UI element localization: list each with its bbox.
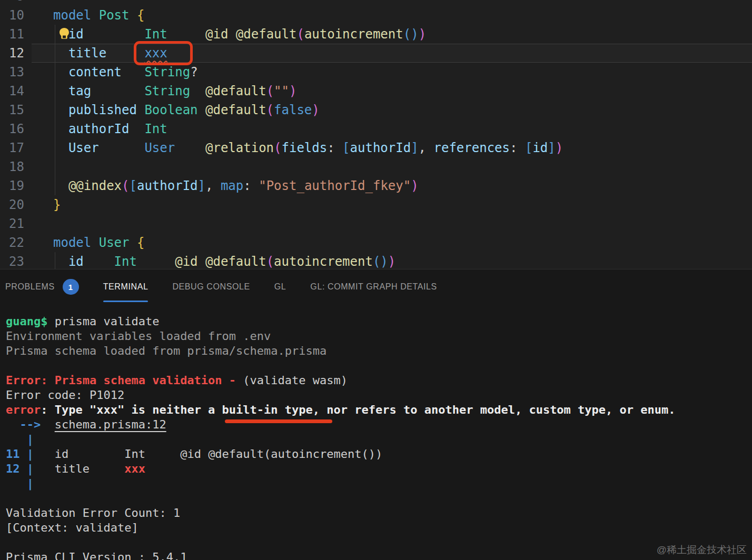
code-editor[interactable]: 910model Post {11 id Int @id @default(au… bbox=[0, 0, 752, 269]
line-number: 11 bbox=[0, 25, 32, 44]
token bbox=[53, 254, 68, 269]
token: model bbox=[53, 8, 91, 23]
token: ) bbox=[556, 141, 563, 155]
code-line: 18 bbox=[0, 157, 752, 176]
token: } bbox=[53, 197, 61, 212]
code-line-content bbox=[32, 157, 752, 176]
token bbox=[84, 254, 114, 269]
token: autoincrement bbox=[274, 254, 373, 269]
token bbox=[53, 103, 68, 117]
token: ? bbox=[190, 65, 197, 79]
token: User bbox=[68, 141, 99, 155]
token: : Type "xxx" is neither a built-in type,… bbox=[41, 403, 675, 416]
line-number: 9 bbox=[0, 0, 32, 6]
token bbox=[228, 27, 235, 42]
token: "" bbox=[274, 84, 289, 98]
terminal-output[interactable]: guang$ prisma validateEnvironment variab… bbox=[0, 304, 752, 560]
token: Int bbox=[144, 27, 167, 42]
code-line-content: content String? bbox=[32, 63, 752, 82]
editor-lines: 910model Post {11 id Int @id @default(au… bbox=[0, 0, 752, 269]
token: (validate wasm) bbox=[236, 374, 348, 387]
token: title bbox=[34, 462, 124, 475]
token bbox=[190, 84, 205, 98]
token: User bbox=[144, 141, 175, 155]
bottom-panel: PROBLEMS 1 TERMINAL DEBUG CONSOLE GL GL:… bbox=[0, 269, 752, 560]
code-line-content bbox=[32, 0, 752, 6]
code-line: 11 id Int @id @default(autoincrement()) bbox=[0, 25, 752, 44]
token: authorId bbox=[68, 122, 130, 136]
token: map bbox=[221, 178, 243, 193]
token: authorId bbox=[350, 141, 411, 155]
token: String bbox=[144, 84, 190, 98]
token bbox=[130, 235, 137, 250]
token: id bbox=[532, 141, 548, 155]
line-number: 15 bbox=[0, 101, 32, 119]
token: () bbox=[373, 254, 388, 269]
token: content bbox=[68, 65, 122, 79]
token: ( bbox=[266, 84, 274, 98]
token: { bbox=[137, 235, 144, 250]
annotation-red-underline bbox=[225, 419, 332, 423]
token: [ bbox=[525, 141, 532, 155]
token: , bbox=[205, 178, 221, 193]
indent-guide bbox=[55, 25, 55, 195]
code-line-content: published Boolean @default(false) bbox=[32, 101, 752, 119]
code-line-content: User User @relation(fields: [authorId], … bbox=[32, 138, 752, 157]
line-number: 18 bbox=[0, 157, 32, 176]
token: id Int @id @default(autoincrement()) bbox=[34, 447, 382, 461]
terminal-line: 11 | id Int @id @default(autoincrement()… bbox=[6, 447, 752, 462]
token: "Post_authorId_fkey" bbox=[259, 178, 411, 193]
token: ( bbox=[266, 103, 274, 117]
code-line: 14 tag String @default("") bbox=[0, 82, 752, 101]
file-link[interactable]: schema.prisma:12 bbox=[55, 418, 166, 431]
line-number: 10 bbox=[0, 6, 32, 25]
lightbulb-icon[interactable] bbox=[58, 27, 71, 41]
token: @@index bbox=[68, 178, 122, 193]
token bbox=[130, 122, 145, 136]
terminal-line: 12 | title xxx bbox=[6, 462, 752, 476]
tab-debug-console[interactable]: DEBUG CONSOLE bbox=[172, 269, 250, 304]
terminal-line: Environment variables loaded from .env bbox=[6, 329, 752, 344]
token: Error code: P1012 bbox=[6, 388, 124, 402]
token: title bbox=[68, 46, 106, 61]
token bbox=[53, 178, 68, 193]
tab-problems[interactable]: PROBLEMS 1 bbox=[5, 269, 79, 304]
line-number: 17 bbox=[0, 138, 32, 157]
code-line: 22model User { bbox=[0, 233, 752, 252]
tab-gl[interactable]: GL bbox=[274, 269, 286, 304]
terminal-line: Prisma CLI Version : 5.4.1 bbox=[6, 550, 752, 560]
token: { bbox=[137, 8, 144, 23]
code-line: 17 User User @relation(fields: [authorId… bbox=[0, 138, 752, 157]
token: @default bbox=[205, 254, 266, 269]
tab-gl-commit-graph[interactable]: GL: COMMIT GRAPH DETAILS bbox=[310, 269, 437, 304]
terminal-line bbox=[6, 491, 752, 506]
token: Error: Prisma schema validation - bbox=[6, 374, 236, 387]
token: [Context: validate] bbox=[6, 521, 138, 534]
terminal-line: Error code: P1012 bbox=[6, 388, 752, 403]
token: autoincrement bbox=[304, 27, 403, 42]
line-number: 14 bbox=[0, 82, 32, 101]
token: Boolean bbox=[144, 103, 197, 117]
code-line: 23 id Int @id @default(autoincrement()) bbox=[0, 252, 752, 269]
token bbox=[53, 122, 68, 136]
token: fields bbox=[282, 141, 328, 155]
token: : bbox=[327, 141, 342, 155]
token: xxx bbox=[124, 462, 145, 475]
token bbox=[84, 27, 145, 42]
code-line: 15 published Boolean @default(false) bbox=[0, 101, 752, 119]
code-line: 9 bbox=[0, 0, 752, 6]
line-number: 12 bbox=[0, 44, 32, 63]
token bbox=[167, 27, 205, 42]
tab-terminal[interactable]: TERMINAL bbox=[103, 269, 149, 304]
code-line: 13 content String? bbox=[0, 63, 752, 82]
token bbox=[6, 433, 27, 446]
code-line: 10model Post { bbox=[0, 6, 752, 25]
token: --> bbox=[20, 418, 41, 431]
tab-gl-commit-graph-label: GL: COMMIT GRAPH DETAILS bbox=[310, 282, 437, 292]
token: [ bbox=[130, 178, 137, 193]
code-line: 20} bbox=[0, 195, 752, 214]
token bbox=[99, 141, 145, 155]
token bbox=[91, 84, 144, 98]
code-line-content bbox=[32, 214, 752, 233]
token: | bbox=[27, 447, 34, 461]
